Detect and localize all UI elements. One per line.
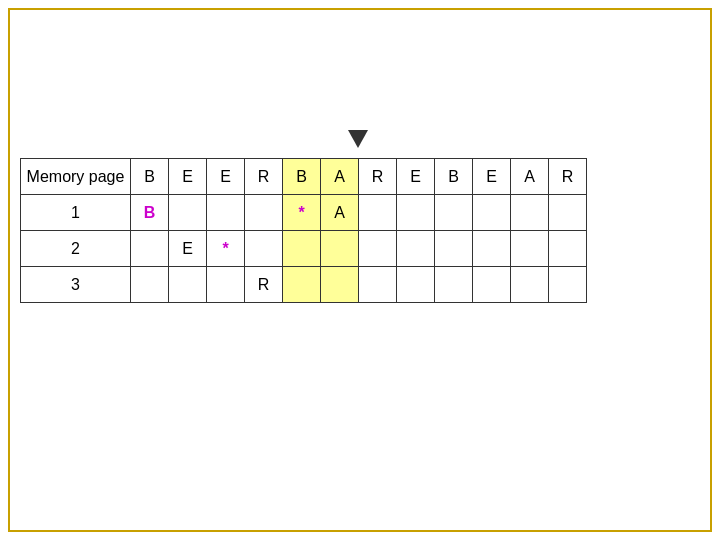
data-cell-r0-c3 bbox=[245, 195, 283, 231]
data-cell-r2-c5 bbox=[321, 267, 359, 303]
row-label-1: 2 bbox=[21, 231, 131, 267]
data-cell-r2-c6 bbox=[359, 267, 397, 303]
row-label-0: 1 bbox=[21, 195, 131, 231]
data-cell-r0-c4: * bbox=[283, 195, 321, 231]
data-cell-r2-c3: R bbox=[245, 267, 283, 303]
data-cell-r0-c9 bbox=[473, 195, 511, 231]
sequence-cell-0: B bbox=[131, 159, 169, 195]
data-cell-r0-c11 bbox=[549, 195, 587, 231]
fifo-table: Memory pageBEERBAREBEAR1B*A2E*3R bbox=[20, 158, 587, 303]
data-cell-r0-c2 bbox=[207, 195, 245, 231]
data-cell-r0-c7 bbox=[397, 195, 435, 231]
data-cell-r2-c4 bbox=[283, 267, 321, 303]
data-cell-r2-c1 bbox=[169, 267, 207, 303]
sequence-cell-2: E bbox=[207, 159, 245, 195]
sequence-cell-7: E bbox=[397, 159, 435, 195]
data-cell-r1-c5 bbox=[321, 231, 359, 267]
data-cell-r2-c11 bbox=[549, 267, 587, 303]
data-cell-r1-c11 bbox=[549, 231, 587, 267]
data-cell-r1-c6 bbox=[359, 231, 397, 267]
data-cell-r0-c5: A bbox=[321, 195, 359, 231]
sequence-cell-9: E bbox=[473, 159, 511, 195]
table-header-label: Memory page bbox=[21, 159, 131, 195]
data-cell-r1-c7 bbox=[397, 231, 435, 267]
data-cell-r0-c10 bbox=[511, 195, 549, 231]
fifo-table-container: Memory pageBEERBAREBEAR1B*A2E*3R bbox=[20, 158, 587, 303]
data-cell-r2-c10 bbox=[511, 267, 549, 303]
data-cell-r0-c6 bbox=[359, 195, 397, 231]
arrow-down-icon bbox=[348, 130, 368, 148]
sequence-cell-4: B bbox=[283, 159, 321, 195]
sequence-cell-11: R bbox=[549, 159, 587, 195]
data-cell-r0-c0: B bbox=[131, 195, 169, 231]
sequence-cell-1: E bbox=[169, 159, 207, 195]
sequence-cell-5: A bbox=[321, 159, 359, 195]
data-cell-r2-c9 bbox=[473, 267, 511, 303]
data-cell-r2-c2 bbox=[207, 267, 245, 303]
data-cell-r2-c8 bbox=[435, 267, 473, 303]
data-cell-r1-c1: E bbox=[169, 231, 207, 267]
data-cell-r1-c2: * bbox=[207, 231, 245, 267]
sequence-cell-8: B bbox=[435, 159, 473, 195]
data-cell-r0-c1 bbox=[169, 195, 207, 231]
data-cell-r1-c9 bbox=[473, 231, 511, 267]
sequence-cell-6: R bbox=[359, 159, 397, 195]
data-cell-r1-c0 bbox=[131, 231, 169, 267]
row-label-2: 3 bbox=[21, 267, 131, 303]
sequence-cell-3: R bbox=[245, 159, 283, 195]
sequence-cell-10: A bbox=[511, 159, 549, 195]
data-cell-r1-c10 bbox=[511, 231, 549, 267]
data-cell-r0-c8 bbox=[435, 195, 473, 231]
data-cell-r1-c4 bbox=[283, 231, 321, 267]
data-cell-r1-c3 bbox=[245, 231, 283, 267]
data-cell-r2-c0 bbox=[131, 267, 169, 303]
data-cell-r2-c7 bbox=[397, 267, 435, 303]
data-cell-r1-c8 bbox=[435, 231, 473, 267]
